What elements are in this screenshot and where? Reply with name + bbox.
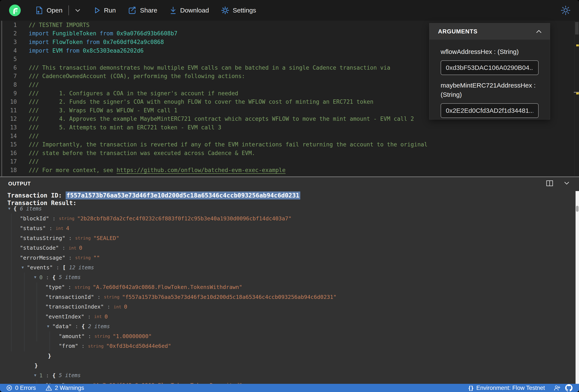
- tree-row: "status" : int 4: [0, 224, 574, 233]
- tree-row: "eventIndex" : int 0: [0, 312, 574, 322]
- collapse-triangle-icon[interactable]: ▼: [47, 324, 49, 328]
- tree-row: "type" : string "A.7e60df042a9c0868.Flow…: [0, 282, 574, 292]
- warnings-status[interactable]: 2 Warnings: [45, 385, 84, 391]
- code-text: ///: [29, 133, 39, 139]
- collapse-triangle-icon[interactable]: ▼: [8, 206, 10, 211]
- tree-row: "type" : string "A.7e60df042a9c0868.Flow…: [0, 380, 574, 384]
- line-number: 3: [0, 39, 17, 45]
- collapse-triangle-icon[interactable]: ▼: [22, 265, 24, 270]
- arguments-panel: ARGUMENTS wflowAddressHex : (String)mayb…: [429, 23, 550, 119]
- code-text: /// 1. Configures a COA in the signer's …: [29, 90, 238, 97]
- line-number: 14: [0, 133, 17, 139]
- warning-marker: [576, 93, 579, 94]
- run-label: Run: [104, 7, 116, 14]
- feedback-button[interactable]: [554, 385, 561, 391]
- download-button[interactable]: Download: [169, 6, 209, 15]
- playground-window: Open Run Share Downloa: [0, 0, 579, 392]
- status-bar: 0 Errors 2 Warnings {} Environment: Flow…: [0, 384, 579, 392]
- code-line: 17///: [0, 157, 574, 166]
- code-text: /// state before the transaction was exe…: [29, 150, 255, 156]
- tree-row: "transactionId" : string "f557a1573b76aa…: [0, 292, 574, 302]
- theme-toggle-button[interactable]: [560, 5, 571, 17]
- warning-icon: [45, 385, 52, 391]
- collapse-triangle-icon[interactable]: ▼: [34, 275, 36, 279]
- toolbar-divider: [69, 5, 69, 15]
- line-number: 5: [0, 56, 17, 62]
- arguments-fields: wflowAddressHex : (String)maybeMintERC72…: [430, 40, 550, 123]
- code-text: /// CadenceOwnedAccount (COA), performin…: [29, 73, 245, 79]
- sun-icon: [560, 5, 571, 16]
- code-text: import FlowToken from 0x7e60df042a9c0868: [29, 39, 164, 45]
- braces-icon: {}: [468, 385, 474, 391]
- line-number: 10: [0, 99, 17, 105]
- code-link[interactable]: https://github.com/onflow/batched-evm-ex…: [117, 167, 286, 173]
- tree-row: ▼"data" : { 2 items: [0, 322, 574, 332]
- flow-logo-glyph: [11, 6, 19, 14]
- tree-row: }: [0, 351, 574, 361]
- tree-row: }: [0, 361, 574, 371]
- line-number: 16: [0, 150, 17, 156]
- github-icon: [565, 384, 573, 392]
- line-number: 13: [0, 124, 17, 131]
- arguments-panel-header[interactable]: ARGUMENTS: [430, 23, 550, 40]
- code-editor[interactable]: 1// TESTNET IMPORTS2import FungibleToken…: [0, 21, 579, 176]
- code-line: 18/// For more context, see https://gith…: [0, 166, 574, 174]
- tree-row: "errorMessage" : string "": [0, 253, 574, 263]
- code-text: /// 3. Wraps FLOW as WFLOW - EVM call 1: [29, 107, 177, 114]
- error-icon: [6, 385, 12, 391]
- collapse-output-chevron-icon[interactable]: [563, 181, 570, 186]
- editor-scrollbar-thumb[interactable]: [575, 22, 579, 35]
- output-scrollbar[interactable]: [576, 191, 579, 384]
- code-text: /// 4. Approves the example MaybeMintERC…: [29, 115, 414, 122]
- chevron-down-icon: [74, 8, 81, 13]
- tree-row: "blockId" : string "2b28cbfb87da2cfec4f0…: [0, 214, 574, 224]
- code-text: ///: [29, 81, 39, 88]
- errors-status[interactable]: 0 Errors: [6, 385, 36, 391]
- warnings-label: 2 Warnings: [55, 385, 84, 391]
- gear-icon: [221, 6, 230, 15]
- code-line: 13/// 5. Attempts to mint an ERC721 toke…: [0, 123, 574, 132]
- collapse-triangle-icon[interactable]: ▼: [34, 373, 36, 377]
- argument-label: maybeMintERC721AddressHex : (String): [441, 81, 539, 99]
- chevron-up-icon[interactable]: [535, 29, 543, 34]
- errors-label: 0 Errors: [15, 385, 36, 391]
- code-text: /// For more context, see https://github…: [29, 167, 286, 173]
- json-tree: ▼{ 6 items"blockId" : string "2b28cbfb87…: [0, 204, 574, 384]
- code-text: /// This transaction demonstrates how mu…: [29, 64, 390, 71]
- open-dropdown-button[interactable]: [74, 8, 81, 13]
- argument-input[interactable]: [441, 60, 539, 75]
- split-editor-icon[interactable]: [546, 180, 554, 187]
- output-scrollbar-thumb[interactable]: [576, 206, 579, 212]
- share-icon: [127, 6, 137, 15]
- line-number: 4: [0, 48, 17, 54]
- line-number: 12: [0, 115, 17, 122]
- settings-button[interactable]: Settings: [221, 6, 256, 15]
- warning-marker: [576, 44, 579, 46]
- editor-scrollbar[interactable]: [575, 21, 579, 176]
- share-button[interactable]: Share: [127, 6, 157, 15]
- run-button[interactable]: Run: [93, 6, 116, 14]
- transaction-id-value[interactable]: f557a1573b76aa53e73d46f3e10d200d5c18a653…: [66, 191, 300, 199]
- tree-row: ▼0 : { 5 items: [0, 273, 574, 282]
- run-play-icon: [93, 6, 101, 14]
- transaction-id-label: Transaction ID:: [7, 192, 66, 199]
- flow-logo-icon[interactable]: [9, 4, 21, 16]
- line-number: 9: [0, 90, 17, 97]
- toolbar: Open Run Share Downloa: [0, 0, 579, 21]
- open-label: Open: [47, 7, 62, 14]
- open-file-icon: [35, 6, 44, 15]
- line-number: 11: [0, 107, 17, 114]
- github-button[interactable]: [565, 384, 573, 392]
- code-line: 14///: [0, 132, 574, 140]
- line-number: 8: [0, 81, 17, 88]
- environment-label: Environment: Flow Testnet: [476, 385, 545, 391]
- line-number: 18: [0, 167, 17, 173]
- tree-row: "transactionIndex" : int 0: [0, 302, 574, 312]
- tree-row: ▼1 : { 5 items: [0, 371, 574, 381]
- open-button[interactable]: Open: [35, 6, 62, 15]
- transaction-id-line: Transaction ID: f557a1573b76aa53e73d46f3…: [7, 192, 300, 199]
- environment-status[interactable]: {} Environment: Flow Testnet: [468, 385, 545, 391]
- code-line: 15/// Importantly, the transaction is re…: [0, 140, 574, 149]
- argument-input[interactable]: [441, 103, 539, 118]
- code-text: /// Importantly, the transaction is reve…: [29, 141, 428, 148]
